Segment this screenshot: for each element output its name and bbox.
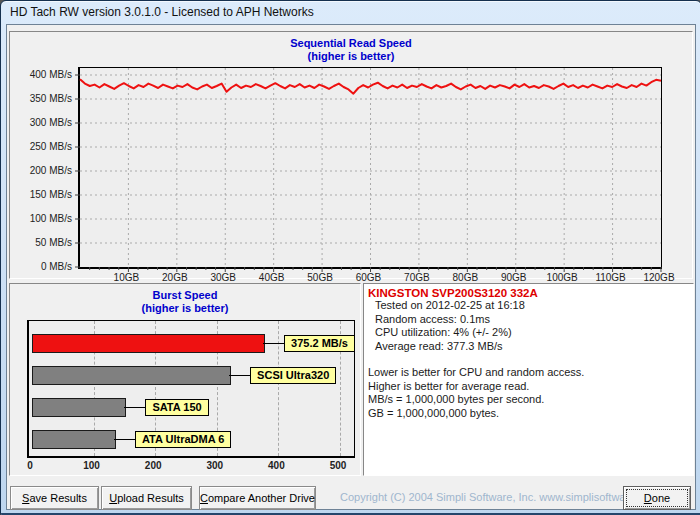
drive-info-panel: KINGSTON SVP200S3120 332A Tested on 2012… [363, 283, 694, 476]
bar-label-connector [114, 439, 135, 440]
random-access-line: Random access: 0.1ms [364, 313, 693, 327]
sequential-read-line [80, 79, 661, 93]
burst-x-tick-label: 400 [256, 460, 296, 471]
note-line: Lower is better for CPU and random acces… [364, 366, 693, 380]
average-read-line: Average read: 377.3 MB/s [364, 340, 693, 354]
seq-x-tick-label: 50GB [295, 272, 345, 283]
burst-bar-label: SATA 150 [145, 399, 208, 416]
burst-bar-this-drive [32, 334, 265, 353]
burst-bar-scsi-ultra320 [32, 366, 231, 385]
burst-bar-label: SCSI Ultra320 [250, 367, 336, 384]
window-title: HD Tach RW version 3.0.1.0 - Licensed to… [10, 5, 314, 19]
tested-on-line: Tested on 2012-02-25 at 16:18 [364, 299, 693, 313]
burst-x-tick-label: 500 [318, 460, 358, 471]
bar-label-connector [263, 343, 284, 344]
burst-x-tick-label: 300 [195, 460, 235, 471]
seq-x-tick-label: 80GB [440, 272, 490, 283]
burst-chart-title: Burst Speed [10, 289, 360, 301]
seq-y-tick-label: 0 MB/s [10, 261, 72, 272]
titlebar[interactable]: HD Tach RW version 3.0.1.0 - Licensed to… [1, 1, 700, 23]
seq-x-tick-label: 100GB [537, 272, 587, 283]
seq-x-tick-label: 40GB [247, 272, 297, 283]
seq-chart-svg [80, 68, 661, 267]
sequential-read-panel: Sequential Read Speed (higher is better)… [9, 31, 693, 279]
seq-x-tick-label: 120GB [634, 272, 684, 283]
seq-plot-area [78, 67, 662, 269]
seq-y-tick-label: 200 MB/s [10, 165, 72, 176]
seq-y-tick-label: 300 MB/s [10, 117, 72, 128]
seq-y-tick-label: 400 MB/s [10, 69, 72, 80]
seq-y-axis-labels: 0 MB/s50 MB/s100 MB/s150 MB/s200 MB/s250… [10, 67, 72, 267]
note-line: MB/s = 1,000,000 bytes per second. [364, 393, 693, 407]
seq-y-tick-label: 250 MB/s [10, 141, 72, 152]
burst-x-tick-label: 0 [10, 460, 50, 471]
burst-speed-panel: Burst Speed (higher is better) 375.2 MB/… [9, 283, 361, 476]
drive-name: KINGSTON SVP200S3120 332A [364, 284, 693, 299]
seq-x-tick-label: 90GB [489, 272, 539, 283]
seq-x-tick-label: 30GB [198, 272, 248, 283]
seq-y-tick-label: 150 MB/s [10, 189, 72, 200]
compare-another-drive-button[interactable]: Compare Another Drive [199, 486, 316, 510]
seq-y-tick-label: 350 MB/s [10, 93, 72, 104]
burst-x-tick-label: 200 [133, 460, 173, 471]
bar-label-connector [229, 375, 250, 376]
burst-plot-area: 375.2 MB/sSCSI Ultra320SATA 150ATA Ultra… [27, 320, 355, 458]
info-notes: Lower is better for CPU and random acces… [364, 366, 693, 420]
burst-gridline [278, 321, 279, 456]
note-line: GB = 1,000,000,000 bytes. [364, 407, 693, 421]
seq-chart-subtitle: (higher is better) [10, 50, 692, 62]
burst-bar-sata-150 [32, 398, 126, 417]
seq-chart-title: Sequential Read Speed [10, 37, 692, 49]
seq-x-tick-label: 70GB [392, 272, 442, 283]
seq-y-tick-label: 50 MB/s [10, 237, 72, 248]
cpu-utilization-line: CPU utilization: 4% (+/- 2%) [364, 326, 693, 340]
bar-label-connector [124, 407, 145, 408]
seq-x-tick-label: 20GB [150, 272, 200, 283]
seq-y-tick-label: 100 MB/s [10, 213, 72, 224]
burst-bar-label: ATA UltraDMA 6 [135, 431, 232, 448]
copyright-text: Copyright (C) 2004 Simpli Software, Inc.… [340, 491, 659, 503]
burst-chart-subtitle: (higher is better) [10, 302, 360, 314]
seq-x-tick-label: 60GB [344, 272, 394, 283]
note-line: Higher is better for average read. [364, 380, 693, 394]
seq-x-tick-label: 110GB [586, 272, 636, 283]
burst-x-tick-label: 100 [72, 460, 112, 471]
save-results-button[interactable]: Save Results [10, 486, 99, 510]
burst-bar-ata-ultradma-6 [32, 430, 116, 449]
app-window: HD Tach RW version 3.0.1.0 - Licensed to… [0, 0, 700, 515]
upload-results-button[interactable]: Upload Results [101, 486, 192, 510]
burst-bar-label: 375.2 MB/s [284, 335, 355, 352]
burst-x-axis-labels: 0100200300400500 [27, 460, 357, 473]
done-button[interactable]: Done [623, 486, 691, 510]
seq-x-tick-label: 10GB [101, 272, 151, 283]
